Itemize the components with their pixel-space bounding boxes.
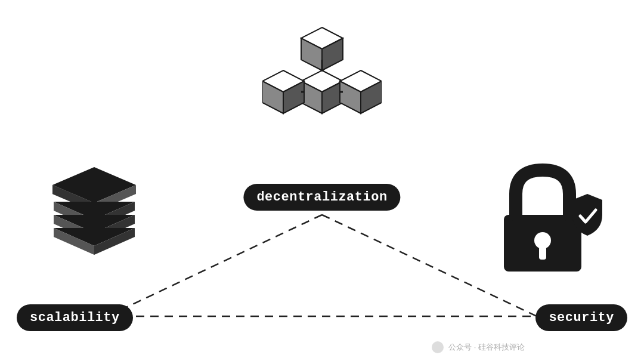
decentralization-label: decentralization (243, 184, 400, 211)
scalability-icon (41, 161, 148, 269)
blockchain-icon (262, 17, 382, 148)
scalability-text: scalability (30, 310, 120, 325)
main-canvas: decentralization scalability security 公众… (0, 0, 644, 364)
watermark: 公众号 · 硅谷科技评论 (432, 341, 525, 353)
svg-point-37 (534, 232, 551, 249)
scalability-label: scalability (17, 304, 133, 331)
security-label: security (535, 304, 627, 331)
decentralization-text: decentralization (256, 190, 387, 205)
security-text: security (549, 310, 614, 325)
watermark-text: 公众号 · 硅谷科技评论 (448, 342, 525, 353)
svg-rect-38 (539, 246, 546, 260)
security-icon (492, 158, 611, 277)
